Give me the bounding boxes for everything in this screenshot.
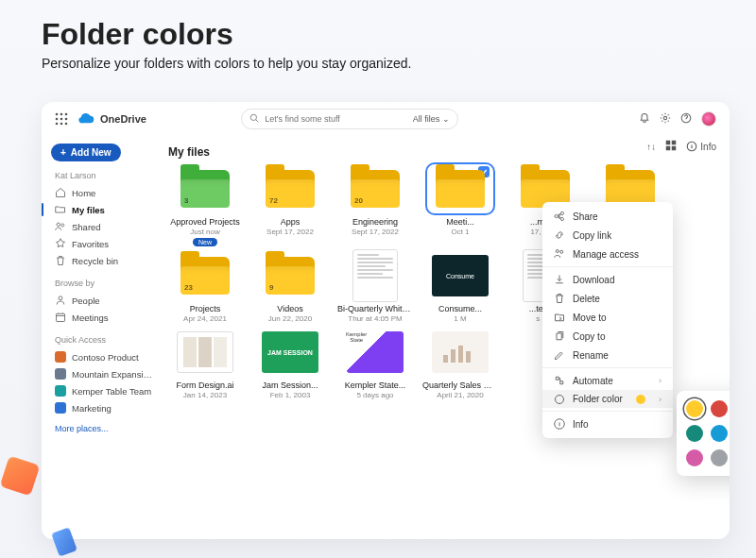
app-launcher-icon[interactable] xyxy=(55,112,68,126)
search-icon xyxy=(249,113,259,125)
svg-point-1 xyxy=(60,113,63,116)
file-item[interactable]: ConsumeConsume...1 M xyxy=(421,251,499,323)
file-name: Approved Projects xyxy=(170,217,240,227)
svg-point-13 xyxy=(61,224,64,227)
menu-item-download[interactable]: Download xyxy=(542,270,673,289)
menu-item-folder-color[interactable]: Folder color› xyxy=(542,390,673,408)
browse-item-people[interactable]: People xyxy=(51,292,161,309)
svg-point-14 xyxy=(59,296,62,300)
color-palette-popover xyxy=(677,391,730,476)
search-filter[interactable]: All files ⌄ xyxy=(413,114,451,124)
svg-rect-24 xyxy=(466,351,471,363)
user-avatar[interactable] xyxy=(701,111,716,127)
folder-icon: 9 xyxy=(266,257,315,295)
add-new-button[interactable]: + Add New xyxy=(51,144,121,161)
search-input[interactable] xyxy=(265,114,406,124)
search-box[interactable]: All files ⌄ xyxy=(241,109,458,129)
color-swatch[interactable] xyxy=(711,449,728,466)
chevron-right-icon: › xyxy=(659,395,662,404)
brand[interactable]: OneDrive xyxy=(77,112,146,126)
help-icon[interactable] xyxy=(680,110,692,127)
copy-icon xyxy=(554,330,565,342)
quick-access-item[interactable]: Marketing xyxy=(51,399,161,416)
trash-icon xyxy=(55,255,66,266)
svg-point-9 xyxy=(251,114,257,120)
folder-icon xyxy=(436,170,485,208)
file-meta: 1 M xyxy=(454,314,466,323)
document-thumbnail xyxy=(352,249,398,302)
calendar-icon xyxy=(55,312,66,323)
menu-item-automate[interactable]: Automate› xyxy=(542,371,673,390)
color-swatch[interactable] xyxy=(686,400,703,417)
file-item[interactable]: KemplerStateKempler State...5 days ago xyxy=(336,328,414,399)
section-title: My files xyxy=(168,145,716,159)
file-item[interactable]: Bi-Quarterly White...Thur at 4:05 PM xyxy=(336,251,414,323)
browse-item-meetings[interactable]: Meetings xyxy=(51,309,161,326)
star-icon xyxy=(55,238,66,249)
svg-point-8 xyxy=(65,123,68,126)
folder-icon: 3 xyxy=(180,170,230,208)
folder-icon: 72 xyxy=(266,170,315,208)
sidebar-item-favorites[interactable]: Favorites xyxy=(51,235,161,252)
color-swatch[interactable] xyxy=(711,400,728,417)
svg-rect-16 xyxy=(666,141,671,145)
view-toggle-icon[interactable] xyxy=(665,140,677,153)
color-swatch[interactable] xyxy=(686,449,703,466)
sidebar-item-my-files[interactable]: My files xyxy=(51,201,161,218)
file-item[interactable]: JAM SESSIONJam Session...Feb 1, 2003 xyxy=(251,328,329,399)
file-name: Engineering xyxy=(352,217,398,227)
team-color-swatch xyxy=(55,385,66,397)
sidebar-item-shared[interactable]: Shared xyxy=(51,218,161,235)
file-item[interactable]: Meeti...Oct 1 xyxy=(421,164,499,246)
file-item[interactable]: 9VideosJun 22, 2020 xyxy=(251,251,329,323)
brand-label: OneDrive xyxy=(100,113,146,125)
svg-point-5 xyxy=(65,118,68,121)
menu-item-delete[interactable]: Delete xyxy=(542,289,673,308)
menu-item-copy-link[interactable]: Copy link xyxy=(542,226,673,245)
file-item[interactable]: 72AppsSept 17, 2022 xyxy=(251,164,329,246)
notifications-icon[interactable] xyxy=(639,110,650,127)
svg-point-2 xyxy=(65,113,68,116)
file-meta: Thur at 4:05 PM xyxy=(348,314,402,323)
sidebar-item-label: Favorites xyxy=(72,239,109,249)
menu-item-manage-access[interactable]: Manage access xyxy=(542,245,673,263)
people-icon xyxy=(554,248,565,260)
file-name: Meeti... xyxy=(446,217,474,227)
sidebar-item-label: Home xyxy=(72,188,95,198)
file-item[interactable]: 23ProjectsApr 24, 2021 xyxy=(166,251,244,323)
file-item[interactable]: Form Design.aiJan 14, 2023 xyxy=(166,328,244,399)
sidebar-item-home[interactable]: Home xyxy=(51,184,161,201)
file-name: Form Design.ai xyxy=(176,380,233,390)
file-meta: Jun 22, 2020 xyxy=(268,314,312,323)
menu-item-info[interactable]: Info xyxy=(542,414,673,433)
quick-access-item[interactable]: Kemper Table Team xyxy=(51,382,161,399)
sort-button[interactable]: ↑↓ xyxy=(646,142,656,152)
browse-by-label: Browse by xyxy=(55,279,161,288)
home-icon xyxy=(55,187,66,198)
svg-rect-17 xyxy=(672,141,677,145)
sidebar-item-recycle-bin[interactable]: Recycle bin xyxy=(51,252,161,269)
menu-item-copy-to[interactable]: Copy to xyxy=(542,327,673,346)
flow-icon xyxy=(554,375,565,386)
menu-item-share[interactable]: Share xyxy=(542,207,673,226)
file-meta: Oct 1 xyxy=(451,228,469,236)
sidebar-item-label: Shared xyxy=(72,222,101,232)
file-item[interactable]: 3Approved ProjectsJust nowNew xyxy=(166,164,244,246)
more-places-link[interactable]: More places... xyxy=(55,424,157,433)
file-item[interactable]: Quarterly Sales ReportApril 21, 2020 xyxy=(421,328,499,399)
top-bar: OneDrive All files ⌄ xyxy=(42,102,730,136)
chevron-down-icon: ⌄ xyxy=(442,114,450,124)
quick-access-item[interactable]: Mountain Expansion... xyxy=(51,365,161,382)
onedrive-window: OneDrive All files ⌄ + Add New Kat Lars xyxy=(42,102,730,539)
file-thumbnail xyxy=(172,328,238,377)
sidebar-user-label: Kat Larson xyxy=(55,171,161,180)
info-pane-toggle[interactable]: Info xyxy=(686,141,716,152)
quick-access-item[interactable]: Contoso Product xyxy=(51,348,161,365)
color-swatch[interactable] xyxy=(686,425,703,442)
menu-item-rename[interactable]: Rename xyxy=(542,346,673,364)
rename-icon xyxy=(554,349,565,361)
file-item[interactable]: 20EngineeringSept 17, 2022 xyxy=(336,164,414,246)
color-swatch[interactable] xyxy=(711,425,728,442)
settings-icon[interactable] xyxy=(660,110,671,127)
menu-item-move-to[interactable]: Move to xyxy=(542,308,673,327)
